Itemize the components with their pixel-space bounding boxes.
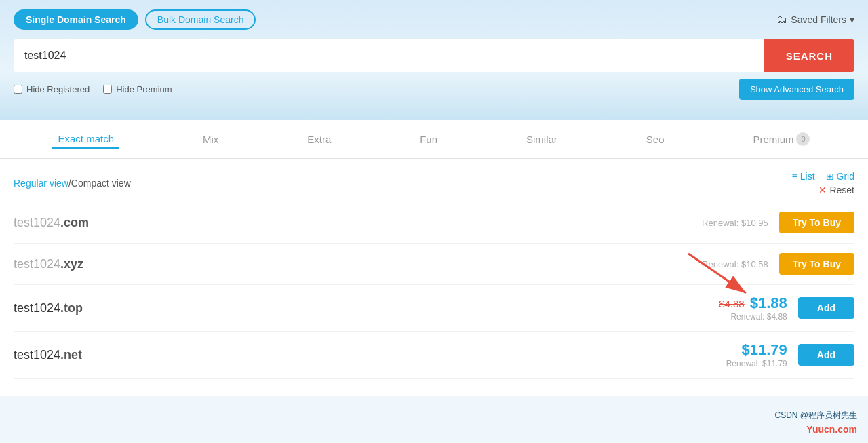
tab-mix[interactable]: Mix [197,131,224,148]
view-links: Regular view / Compact view [14,178,131,189]
hide-premium-checkbox[interactable] [103,85,112,94]
saved-filters-button[interactable]: 🗂 Saved Filters ▾ [776,14,854,26]
filter-checkboxes: Hide Registered Hide Premium [14,84,172,94]
tab-fun[interactable]: Fun [414,131,443,148]
premium-count-badge: 0 [796,132,810,146]
search-input[interactable] [14,39,764,72]
table-row: test1024.xyz Renewal: $10.58 Try To Buy [14,244,854,285]
price-renewal: Renewal: $4.88 [730,312,787,322]
list-icon: ≡ [792,171,797,182]
price-big: $11.79 [741,341,787,359]
reset-button[interactable]: ✕ Reset [818,185,854,195]
tab-seo[interactable]: Seo [641,131,670,148]
domain-tld: .net [60,348,82,362]
chevron-down-icon: ▾ [850,14,854,25]
svg-line-1 [688,254,746,293]
price-renewal: Renewal: $11.79 [726,359,787,368]
tabs-section: Exact match Mix Extra Fun Similar Seo Pr… [0,120,868,159]
close-icon: ✕ [818,185,827,195]
arrow-annotation [682,247,763,301]
renewal-text: Renewal: $10.95 [702,218,768,228]
domain-name: test1024.top [14,301,83,315]
table-row: test1024.com Renewal: $10.95 Try To Buy [14,202,854,244]
tabs-row: Single Domain Search Bulk Domain Search … [14,9,854,30]
tab-premium[interactable]: Premium 0 [747,130,815,149]
try-buy-button[interactable]: Try To Buy [779,253,854,275]
price-group: $11.79 Renewal: $11.79 [726,341,787,368]
view-controls: Regular view / Compact view ≡ List ⊞ Gri… [14,159,854,202]
tab-bulk-domain[interactable]: Bulk Domain Search [145,9,256,30]
tab-similar[interactable]: Similar [521,131,563,148]
view-right: ≡ List ⊞ Grid ✕ Reset [792,171,854,195]
add-button[interactable]: Add [798,344,854,366]
try-buy-button[interactable]: Try To Buy [779,212,854,233]
tab-extra[interactable]: Extra [302,131,336,148]
tabs-nav: Exact match Mix Extra Fun Similar Seo Pr… [14,120,854,158]
grid-icon: ⊞ [826,171,834,182]
options-row: Hide Registered Hide Premium Show Advanc… [14,79,854,100]
saved-filters-label: Saved Filters [791,14,846,25]
domain-tld: .xyz [60,257,83,271]
domain-name: test1024.com [14,216,89,230]
add-button[interactable]: Add [798,297,854,319]
results-area: Regular view / Compact view ≡ List ⊞ Gri… [0,159,868,396]
compact-view-link[interactable]: Compact view [71,178,131,189]
tabs-left: Single Domain Search Bulk Domain Search [14,9,256,30]
hide-premium-label[interactable]: Hide Premium [103,84,172,94]
domain-right: Renewal: $10.95 Try To Buy [702,212,854,233]
top-bar: Single Domain Search Bulk Domain Search … [0,0,868,120]
regular-view-link[interactable]: Regular view [14,178,68,189]
domain-name: test1024.net [14,348,82,362]
hide-registered-label[interactable]: Hide Registered [14,84,90,94]
list-view-button[interactable]: ≡ List [792,171,815,182]
tab-single-domain[interactable]: Single Domain Search [14,9,138,30]
view-mode-row: ≡ List ⊞ Grid [792,171,854,182]
tab-exact-match[interactable]: Exact match [52,130,119,149]
domain-name: test1024.xyz [14,257,83,271]
filter-icon: 🗂 [776,14,787,26]
search-row: SEARCH [14,39,854,72]
advanced-search-button[interactable]: Show Advanced Search [739,79,854,100]
domain-tld: .top [60,301,83,315]
domain-tld: .com [60,216,89,229]
hide-registered-checkbox[interactable] [14,85,22,94]
search-button[interactable]: SEARCH [764,39,854,72]
table-row: test1024.net $11.79 Renewal: $11.79 Add [14,332,854,379]
grid-view-button[interactable]: ⊞ Grid [826,171,854,182]
domain-right: $11.79 Renewal: $11.79 Add [726,341,854,368]
